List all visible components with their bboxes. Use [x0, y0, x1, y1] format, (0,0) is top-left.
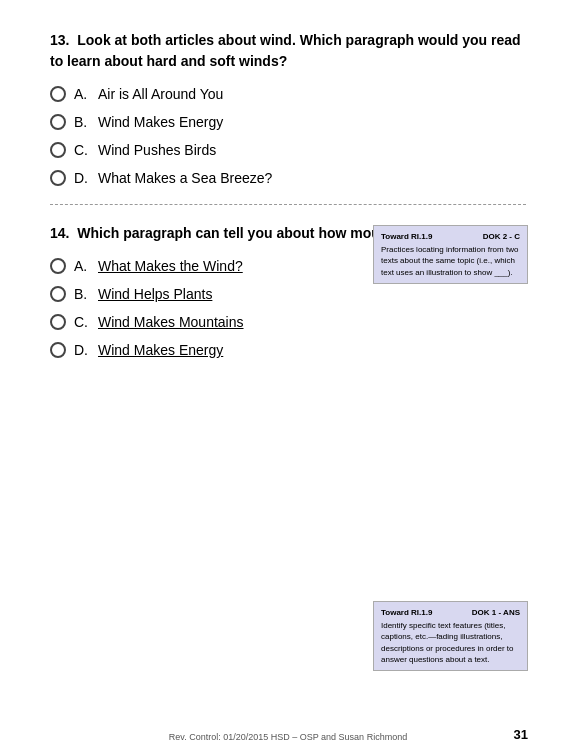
- q14-infobox-body: Identify specific text features (titles,…: [381, 620, 520, 665]
- q13-letter-c: C.: [74, 142, 90, 158]
- q14-infobox: Toward RI.1.9 DOK 1 - ANS Identify speci…: [373, 601, 528, 671]
- q14-letter-b: B.: [74, 286, 90, 302]
- q14-text-c: Wind Makes Mountains: [98, 314, 244, 330]
- page-number: 31: [514, 727, 528, 742]
- q14-radio-a[interactable]: [50, 258, 66, 274]
- q13-infobox: Toward RI.1.9 DOK 2 - C Practices locati…: [373, 225, 528, 284]
- section-divider: [50, 204, 526, 205]
- page: 13. Look at both articles about wind. Wh…: [0, 0, 576, 756]
- q13-letter-d: D.: [74, 170, 90, 186]
- q13-text-c: Wind Pushes Birds: [98, 142, 216, 158]
- q14-number: 14.: [50, 225, 69, 241]
- q13-option-a[interactable]: A. Air is All Around You: [50, 86, 526, 102]
- q14-radio-d[interactable]: [50, 342, 66, 358]
- q13-option-b[interactable]: B. Wind Makes Energy: [50, 114, 526, 130]
- q14-text-a: What Makes the Wind?: [98, 258, 243, 274]
- q13-radio-b[interactable]: [50, 114, 66, 130]
- q13-text-d: What Makes a Sea Breeze?: [98, 170, 272, 186]
- q14-radio-c[interactable]: [50, 314, 66, 330]
- q14-text-b: Wind Helps Plants: [98, 286, 212, 302]
- q14-radio-b[interactable]: [50, 286, 66, 302]
- q13-text-a: Air is All Around You: [98, 86, 223, 102]
- q14-option-b[interactable]: B. Wind Helps Plants: [50, 286, 526, 302]
- q14-option-c[interactable]: C. Wind Makes Mountains: [50, 314, 526, 330]
- q13-option-d[interactable]: D. What Makes a Sea Breeze?: [50, 170, 526, 186]
- q14-option-d[interactable]: D. Wind Makes Energy: [50, 342, 526, 358]
- footer-text: Rev. Control: 01/20/2015 HSD – OSP and S…: [0, 732, 576, 742]
- q13-radio-c[interactable]: [50, 142, 66, 158]
- q13-letter-a: A.: [74, 86, 90, 102]
- question-13-text: 13. Look at both articles about wind. Wh…: [50, 30, 526, 72]
- q14-letter-c: C.: [74, 314, 90, 330]
- q13-text-b: Wind Makes Energy: [98, 114, 223, 130]
- q13-number: 13.: [50, 32, 69, 48]
- q14-text-d: Wind Makes Energy: [98, 342, 223, 358]
- q14-letter-a: A.: [74, 258, 90, 274]
- q14-letter-d: D.: [74, 342, 90, 358]
- q13-infobox-title: Toward RI.1.9 DOK 2 - C: [381, 231, 520, 242]
- q13-body: Look at both articles about wind. Which …: [50, 32, 521, 69]
- q13-letter-b: B.: [74, 114, 90, 130]
- q13-option-c[interactable]: C. Wind Pushes Birds: [50, 142, 526, 158]
- question-13-block: 13. Look at both articles about wind. Wh…: [50, 30, 526, 186]
- q14-infobox-title: Toward RI.1.9 DOK 1 - ANS: [381, 607, 520, 618]
- q13-infobox-body: Practices locating information from two …: [381, 244, 520, 278]
- q13-radio-a[interactable]: [50, 86, 66, 102]
- q13-radio-d[interactable]: [50, 170, 66, 186]
